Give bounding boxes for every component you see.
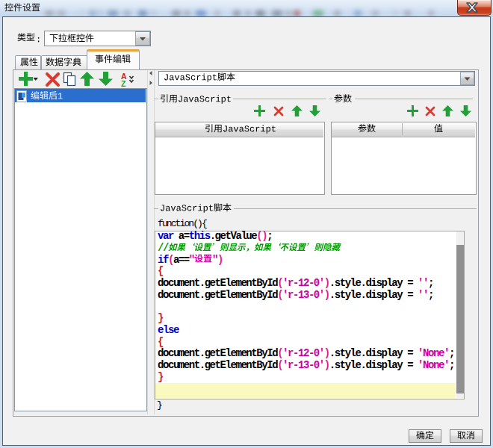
svg-text:Z: Z [121, 79, 126, 87]
